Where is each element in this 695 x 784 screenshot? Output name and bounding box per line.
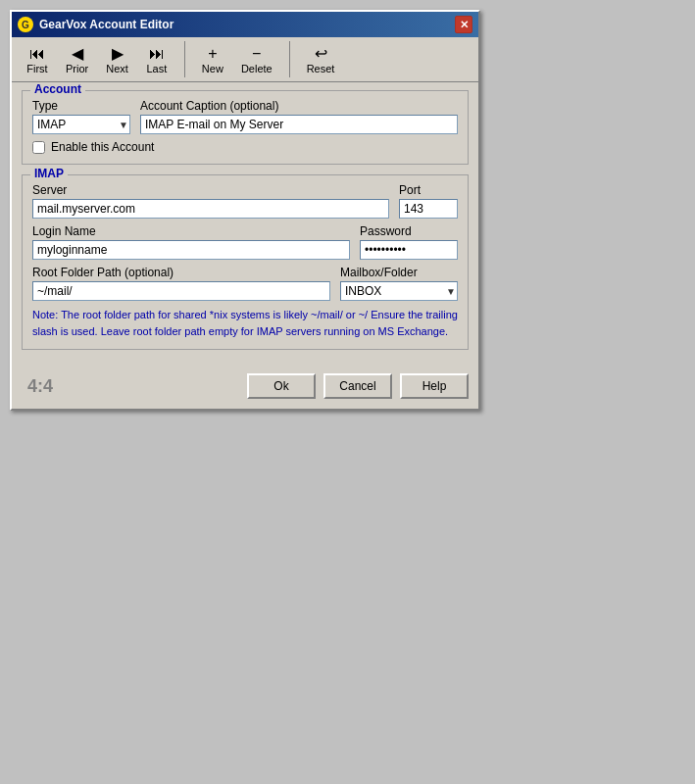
- caption-input[interactable]: [140, 115, 458, 134]
- app-icon: G: [18, 17, 33, 32]
- last-label: Last: [146, 63, 167, 74]
- next-icon: ▶: [112, 44, 124, 63]
- note-text: Note: The root folder path for shared *n…: [32, 307, 458, 339]
- last-icon: ⏭: [149, 44, 165, 63]
- first-icon: ⏮: [29, 44, 45, 63]
- first-label: First: [26, 63, 47, 74]
- type-group: Type IMAP POP3 SMTP ▼: [32, 99, 130, 134]
- server-port-row: Server Port: [32, 183, 458, 219]
- edit-group: + New − Delete: [193, 41, 290, 77]
- server-label: Server: [32, 183, 389, 197]
- reset-button[interactable]: ↩ Reset: [298, 41, 344, 77]
- password-input[interactable]: [360, 240, 458, 260]
- help-button[interactable]: Help: [400, 373, 469, 399]
- password-group: Password: [360, 224, 458, 260]
- mailbox-label: Mailbox/Folder: [340, 266, 458, 279]
- enable-row: Enable this Account: [32, 140, 458, 154]
- caption-group: Account Caption (optional): [140, 99, 458, 134]
- reset-icon: ↩: [315, 44, 327, 63]
- port-group: Port: [399, 183, 458, 219]
- server-input[interactable]: [32, 199, 389, 219]
- prior-label: Prior: [66, 63, 88, 74]
- next-label: Next: [106, 63, 128, 74]
- nav-group: ⏮ First ◀ Prior ▶ Next ⏭ Last: [18, 41, 185, 77]
- type-select[interactable]: IMAP POP3 SMTP: [32, 115, 130, 134]
- footer: 4:4 Ok Cancel Help: [12, 368, 478, 409]
- root-mailbox-row: Root Folder Path (optional) Mailbox/Fold…: [32, 266, 458, 301]
- login-password-row: Login Name Password: [32, 224, 458, 260]
- prior-button[interactable]: ◀ Prior: [57, 41, 97, 77]
- imap-section-title: IMAP: [30, 167, 68, 180]
- password-label: Password: [360, 224, 458, 238]
- root-label: Root Folder Path (optional): [32, 266, 330, 279]
- account-section: Account Type IMAP POP3 SMTP ▼ Account Ca…: [22, 90, 469, 165]
- record-counter: 4:4: [22, 376, 239, 397]
- type-label: Type: [32, 99, 130, 113]
- server-group: Server: [32, 183, 389, 219]
- port-label: Port: [399, 183, 458, 197]
- window-title: GearVox Account Editor: [39, 18, 174, 31]
- title-bar: G GearVox Account Editor ✕: [12, 12, 478, 37]
- port-input[interactable]: [399, 199, 458, 219]
- prior-icon: ◀: [72, 44, 83, 63]
- new-icon: +: [208, 44, 217, 63]
- next-button[interactable]: ▶ Next: [97, 41, 137, 77]
- login-label: Login Name: [32, 224, 350, 238]
- main-window: G GearVox Account Editor ✕ ⏮ First ◀ Pri…: [10, 10, 480, 411]
- ok-button[interactable]: Ok: [247, 373, 316, 399]
- mailbox-select[interactable]: INBOX Sent Drafts Trash: [340, 281, 458, 301]
- reset-label: Reset: [307, 63, 335, 74]
- delete-icon: −: [252, 44, 261, 63]
- login-input[interactable]: [32, 240, 350, 260]
- delete-button[interactable]: − Delete: [232, 41, 281, 77]
- toolbar: ⏮ First ◀ Prior ▶ Next ⏭ Last + New −: [12, 37, 478, 82]
- last-button[interactable]: ⏭ Last: [137, 41, 176, 77]
- account-section-title: Account: [30, 82, 85, 96]
- title-bar-left: G GearVox Account Editor: [18, 17, 174, 32]
- first-button[interactable]: ⏮ First: [18, 41, 57, 77]
- imap-section: IMAP Server Port Login Name: [22, 174, 469, 350]
- mailbox-select-wrapper: INBOX Sent Drafts Trash ▼: [340, 281, 458, 301]
- root-input[interactable]: [32, 281, 330, 301]
- cancel-button[interactable]: Cancel: [323, 373, 392, 399]
- type-caption-row: Type IMAP POP3 SMTP ▼ Account Caption (o…: [32, 99, 458, 134]
- type-select-wrapper: IMAP POP3 SMTP ▼: [32, 115, 130, 134]
- new-label: New: [202, 63, 223, 74]
- close-button[interactable]: ✕: [455, 16, 472, 33]
- enable-label: Enable this Account: [51, 140, 154, 154]
- login-group: Login Name: [32, 224, 350, 260]
- new-button[interactable]: + New: [193, 41, 232, 77]
- reset-group: ↩ Reset: [298, 41, 344, 77]
- enable-checkbox[interactable]: [32, 141, 45, 154]
- caption-label: Account Caption (optional): [140, 99, 458, 113]
- mailbox-group: Mailbox/Folder INBOX Sent Drafts Trash ▼: [340, 266, 458, 301]
- delete-label: Delete: [241, 63, 273, 74]
- root-group: Root Folder Path (optional): [32, 266, 330, 301]
- content-area: Account Type IMAP POP3 SMTP ▼ Account Ca…: [12, 82, 478, 368]
